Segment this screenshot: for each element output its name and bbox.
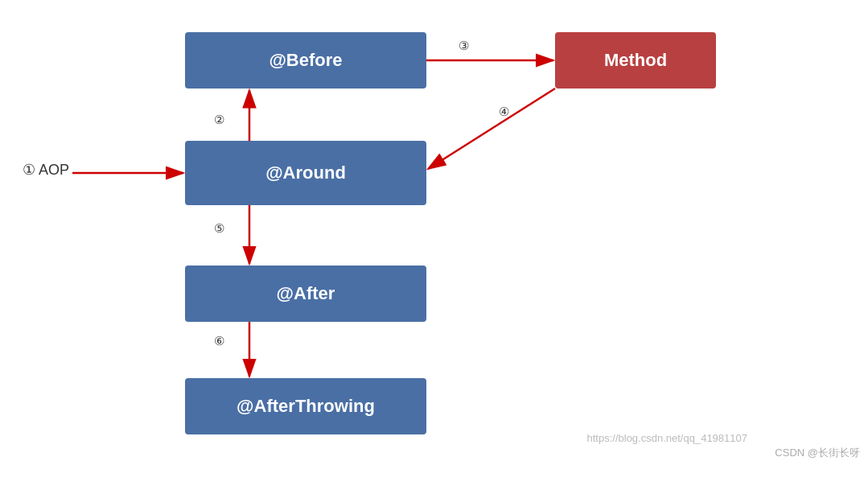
watermark-author: CSDN @长街长呀: [775, 446, 860, 460]
before-box: @Before: [185, 32, 426, 89]
after-box: @After: [185, 266, 426, 322]
step4-label: ④: [499, 105, 509, 119]
step5-label: ⑤: [214, 221, 224, 236]
step2-label: ②: [214, 113, 224, 127]
afterthrowing-box: @AfterThrowing: [185, 378, 426, 434]
method-box: Method: [555, 32, 716, 89]
diagram-container: ① AOP ② ③ ④ ⑤ ⑥ @Before Method @Around @…: [0, 0, 868, 467]
svg-line-5: [428, 89, 555, 169]
aop-label: ① AOP: [23, 161, 69, 179]
step6-label: ⑥: [214, 334, 224, 348]
arrows-svg: [0, 0, 868, 467]
watermark-url: https://blog.csdn.net/qq_41981107: [587, 432, 748, 444]
step3-label: ③: [459, 39, 469, 53]
around-box: @Around: [185, 141, 426, 205]
